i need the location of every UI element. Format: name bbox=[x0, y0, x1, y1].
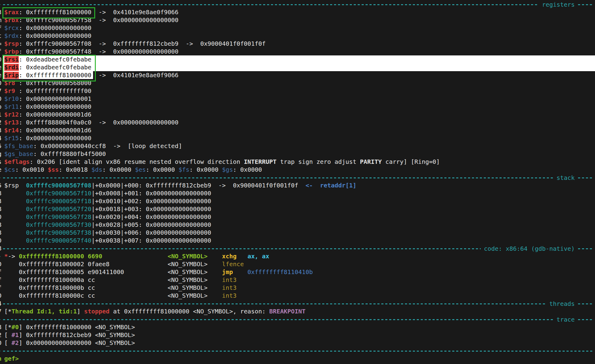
trace-frame-0: [*#0] 0xffffffff81000000 <NO_SYMBOL> bbox=[0, 323, 595, 331]
separator-dashes bbox=[578, 177, 593, 178]
reg-r15: $r15: 0x0000000000000000 bbox=[0, 134, 595, 142]
section-label: code: x86:64 (gdb-native) bbox=[481, 245, 578, 252]
section-separator-threads: threads bbox=[0, 300, 595, 308]
section-separator-code: code: x86:64 (gdb-native) bbox=[0, 245, 595, 253]
reg-segments: $cs: 0x0010 $ss: 0x0018 $ds: 0x0000 $es:… bbox=[0, 166, 595, 174]
reg-rcx: $rcx: 0x0000000000000000 bbox=[0, 24, 595, 32]
stack-row-1: 0xffffc90000567f10|+0x0008|+001: 0x00000… bbox=[0, 190, 595, 197]
stack-row-6: 0xffffc90000567f38|+0x0030|+006: 0x00000… bbox=[0, 229, 595, 237]
stack-row-4: 0xffffc90000567f28|+0x0020|+004: 0x00000… bbox=[0, 213, 595, 221]
terminal: -3mFt=f0ee070b12345gse-583808808-0fff047… bbox=[0, 0, 595, 364]
reg-r11: $r11: 0x0000000000000000 bbox=[0, 103, 595, 111]
trace-frame-2: [ #2] 0x0000000000000000 <NO_SYMBOL> bbox=[0, 339, 595, 347]
reg-r14: $r14: 0x00000000000001d6 bbox=[0, 127, 595, 134]
reg-rdi: $rdi: 0xdeadbeefc0febabe bbox=[0, 64, 595, 71]
stack-row-5: 0xffffc90000567f30|+0x0028|+005: 0x00000… bbox=[0, 221, 595, 229]
section-label: registers bbox=[539, 1, 578, 8]
reg-fs-base: $fs_base: 0x000000000040ccf8 -> [loop de… bbox=[0, 142, 595, 150]
separator-dashes bbox=[3, 4, 539, 5]
separator-dashes bbox=[578, 4, 593, 5]
stack-row-3: 0xffffc90000567f20|+0x0018|+003: 0x00000… bbox=[0, 205, 595, 213]
reg-r9: $r9 : 0xffffffffffffff00 bbox=[0, 87, 595, 95]
reg-rbx: $rbx: 0xffffc90000567f58 -> 0x0000000000… bbox=[0, 16, 595, 24]
separator-dashes bbox=[3, 351, 593, 352]
code-row-2: 0xffffffff81000005 e901411000 <NO_SYMBOL… bbox=[0, 268, 595, 276]
separator-dashes bbox=[3, 303, 546, 304]
separator-dashes bbox=[3, 177, 553, 178]
separator-dashes bbox=[3, 319, 553, 320]
section-label: threads bbox=[546, 300, 578, 307]
code-row-3: 0xffffffff8100000a cc <NO_SYMBOL> int3 bbox=[0, 276, 595, 284]
reg-gs-base: $gs_base: 0xffff8880fb4f5000 bbox=[0, 150, 595, 158]
reg-rsp: $rsp: 0xffffc90000567f08 -> 0xffffffff81… bbox=[0, 40, 595, 48]
reg-r10: $r10: 0x0000000000000001 bbox=[0, 95, 595, 103]
reg-rsi: $rsi: 0xdeadbeefc0febabe bbox=[0, 56, 595, 64]
left-edge-fragments: -3mFt=f0ee070b12345gse-583808808-0fff047… bbox=[0, 1, 2, 363]
reg-rdx: $rdx: 0x0000000000000000 bbox=[0, 32, 595, 40]
section-separator-bottom bbox=[0, 347, 595, 355]
section-separator-registers: registers bbox=[0, 1, 595, 8]
reg-rax: $rax: 0xffffffff81000000 -> 0x4101e9e8ae… bbox=[0, 8, 595, 16]
separator-dashes bbox=[578, 303, 593, 304]
trace-frame-1: [ #1] 0xffffffff812cbeb9 <NO_SYMBOL> bbox=[0, 331, 595, 339]
stack-row-0: $rsp 0xffffc90000567f08|+0x0000|+000: 0x… bbox=[0, 182, 595, 190]
reg-rbp: $rbp: 0xffffc90000567f48 -> 0x0000000000… bbox=[0, 48, 595, 56]
code-row-4: 0xffffffff8100000b cc <NO_SYMBOL> int3 bbox=[0, 284, 595, 292]
gef-prompt[interactable]: gef> bbox=[0, 355, 595, 363]
separator-dashes bbox=[578, 319, 593, 320]
stack-row-7: 0xffffc90000567f40|+0x0038|+007: 0x00000… bbox=[0, 237, 595, 245]
reg-r13: $r13: 0xffff888004f0a0c0 -> 0x0000000000… bbox=[0, 119, 595, 127]
code-row-current: *-> 0xffffffff81000000 6690 <NO_SYMBOL> … bbox=[0, 253, 595, 260]
section-separator-trace: trace bbox=[0, 316, 595, 323]
reg-r8: $r8 : 0xffffc90000568000 bbox=[0, 79, 595, 87]
reg-eflags: $eflags: 0x206 [ident align vx86 resume … bbox=[0, 158, 595, 166]
code-row-5: 0xffffffff8100000c cc <NO_SYMBOL> int3 bbox=[0, 292, 595, 300]
separator-dashes bbox=[578, 248, 593, 249]
section-label: stack bbox=[553, 174, 578, 181]
thread-status-line: [*Thread Id:1, tid:1] stopped at 0xfffff… bbox=[0, 308, 595, 316]
section-label: trace bbox=[553, 316, 578, 323]
section-separator-stack: stack bbox=[0, 174, 595, 182]
code-row-1: 0xffffffff81000002 0faee8 <NO_SYMBOL> lf… bbox=[0, 260, 595, 268]
separator-dashes bbox=[3, 248, 481, 249]
terminal-lines: registers$rax: 0xffffffff81000000 -> 0x4… bbox=[0, 0, 595, 364]
reg-rip: $rip: 0xffffffff81000000 -> 0x4101e9e8ae… bbox=[0, 71, 595, 79]
stack-row-2: 0xffffc90000567f18|+0x0010|+002: 0x00000… bbox=[0, 197, 595, 205]
reg-r12: $r12: 0x00000000000001d6 bbox=[0, 111, 595, 119]
